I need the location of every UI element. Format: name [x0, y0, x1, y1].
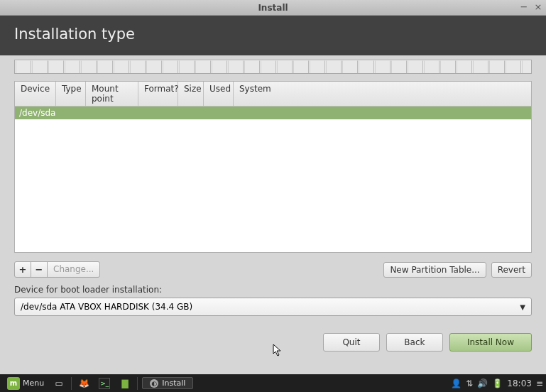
- mint-logo-icon: m: [7, 377, 20, 390]
- files-launcher[interactable]: ▇: [114, 376, 136, 391]
- desktop-icon: ▭: [53, 378, 65, 389]
- firefox-launcher[interactable]: 🦊: [73, 376, 94, 391]
- column-header-used[interactable]: Used: [204, 82, 234, 106]
- revert-button[interactable]: Revert: [491, 262, 532, 278]
- partition-table: Device Type Mount point Format? Size Use…: [14, 81, 532, 253]
- terminal-icon: >_: [99, 378, 110, 389]
- clock[interactable]: 18:03: [507, 379, 532, 388]
- menu-button[interactable]: m Menu: [3, 376, 48, 391]
- column-header-size[interactable]: Size: [178, 82, 204, 106]
- bootloader-label: Device for boot loader installation:: [14, 285, 532, 295]
- quit-button[interactable]: Quit: [323, 333, 380, 352]
- minimize-icon[interactable]: −: [519, 1, 529, 11]
- taskbar: m Menu ▭ 🦊 >_ ▇ ◐ Install 👤 ⇅ 🔊 🔋 18:03 …: [0, 374, 546, 392]
- tray-menu-icon[interactable]: ≡: [536, 379, 543, 388]
- volume-icon[interactable]: 🔊: [477, 379, 488, 388]
- bootloader-select[interactable]: /dev/sda ATA VBOX HARDDISK (34.4 GB) ▼: [14, 298, 532, 316]
- back-button[interactable]: Back: [386, 333, 443, 352]
- chevron-down-icon: ▼: [520, 303, 525, 311]
- titlebar: Install − ×: [0, 0, 546, 16]
- show-desktop-button[interactable]: ▭: [48, 376, 70, 391]
- taskbar-app-label: Install: [162, 379, 185, 388]
- remove-partition-button[interactable]: −: [31, 261, 48, 278]
- taskbar-app-install[interactable]: ◐ Install: [142, 377, 193, 389]
- column-header-mount[interactable]: Mount point: [86, 82, 138, 106]
- partition-usage-bar: [14, 60, 532, 74]
- column-header-format[interactable]: Format?: [138, 82, 178, 106]
- window-title: Install: [258, 3, 288, 13]
- page-title: Installation type: [14, 26, 532, 43]
- cell-device: /dev/sda: [15, 107, 60, 119]
- user-icon[interactable]: 👤: [451, 379, 462, 388]
- terminal-launcher[interactable]: >_: [94, 376, 114, 391]
- table-header-row: Device Type Mount point Format? Size Use…: [15, 82, 531, 107]
- app-icon: ◐: [150, 379, 158, 388]
- battery-icon[interactable]: 🔋: [492, 379, 503, 388]
- network-icon[interactable]: ⇅: [466, 379, 473, 388]
- menu-label: Menu: [23, 379, 44, 388]
- new-partition-table-button[interactable]: New Partition Table...: [383, 262, 486, 278]
- table-row[interactable]: /dev/sda: [15, 107, 531, 119]
- folder-icon: ▇: [119, 378, 131, 389]
- column-header-type[interactable]: Type: [56, 82, 86, 106]
- change-partition-button[interactable]: Change...: [47, 261, 100, 278]
- bootloader-selected-value: /dev/sda ATA VBOX HARDDISK (34.4 GB): [21, 302, 192, 312]
- add-partition-button[interactable]: +: [14, 261, 31, 278]
- install-now-button[interactable]: Install Now: [449, 333, 532, 352]
- page-header: Installation type: [0, 16, 546, 55]
- close-icon[interactable]: ×: [533, 1, 543, 11]
- column-header-system[interactable]: System: [234, 82, 531, 106]
- firefox-icon: 🦊: [77, 378, 90, 389]
- column-header-device[interactable]: Device: [15, 82, 56, 106]
